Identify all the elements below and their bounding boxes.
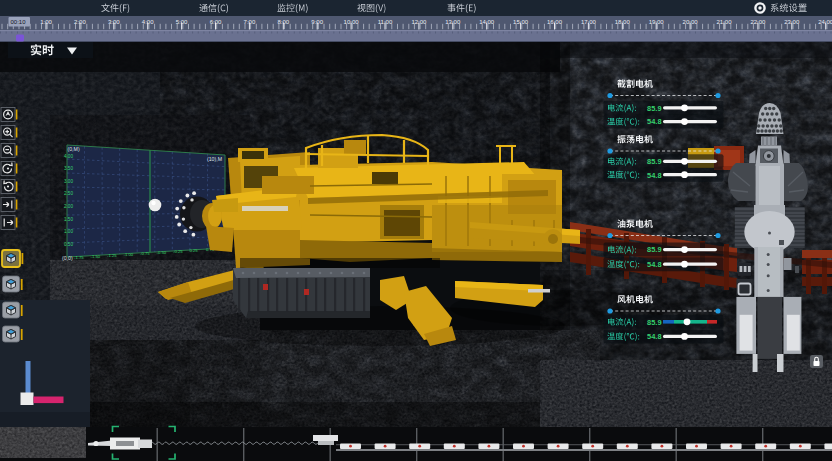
svg-text:85.9: 85.9 bbox=[647, 318, 661, 327]
svg-text:54.8: 54.8 bbox=[647, 332, 661, 341]
svg-text:85.9: 85.9 bbox=[647, 157, 661, 166]
svg-text:00:10: 00:10 bbox=[11, 19, 27, 25]
svg-text:54.8: 54.8 bbox=[647, 117, 661, 126]
svg-text:54.8: 54.8 bbox=[647, 171, 661, 180]
svg-text:85.9: 85.9 bbox=[647, 245, 661, 254]
svg-text:24:00: 24:00 bbox=[818, 19, 832, 25]
svg-text:54.8: 54.8 bbox=[647, 260, 661, 269]
svg-text:85.9: 85.9 bbox=[647, 104, 661, 113]
